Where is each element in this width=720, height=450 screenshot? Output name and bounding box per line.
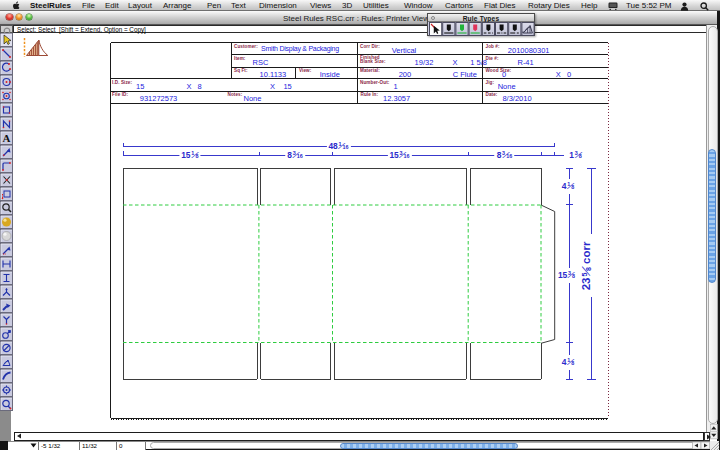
svg-text:A: A <box>3 132 11 144</box>
